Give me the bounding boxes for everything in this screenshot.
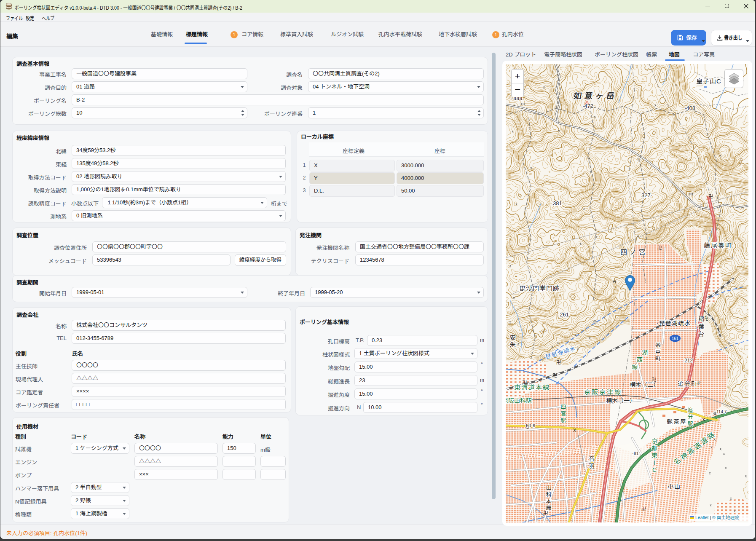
svg-text:381·: 381· [553,200,564,206]
svg-text:卍: 卍 [556,360,561,365]
svg-text:京阪山科駅: 京阪山科駅 [506,397,532,404]
svg-text:·472: ·472 [582,103,593,109]
svg-text:追: 追 [687,407,693,413]
svg-text:台: 台 [698,331,704,337]
svg-text:卍: 卍 [708,194,713,199]
svg-text:卍: 卍 [543,511,548,516]
svg-text:四ノ宮: 四ノ宮 [620,249,648,256]
svg-text:追分町: 追分町 [678,380,698,387]
svg-text:横木（二）: 横木（二） [630,381,659,388]
svg-text:·81: ·81 [632,451,639,456]
svg-text:161: 161 [672,336,679,341]
svg-text:I: I [654,459,655,466]
svg-text:横木（一）: 横木（一） [606,397,635,404]
svg-text:·琵琶湖疏水: ·琵琶湖疏水 [657,320,691,327]
svg-text:髭茶屋: 髭茶屋 [667,418,687,425]
svg-text:都: 都 [651,445,657,452]
svg-text:卍: 卍 [657,245,662,250]
svg-text:·261: ·261 [558,311,569,318]
svg-text:線: 線 [632,364,638,370]
svg-text:如意ヶ岳: 如意ヶ岳 [573,91,618,100]
svg-text:西: 西 [637,356,643,363]
svg-text:町: 町 [655,356,660,362]
svg-text:C: C [652,466,657,473]
svg-text:朱: 朱 [510,341,516,348]
svg-text:京: 京 [651,438,657,445]
svg-text:藤尾奥町: 藤尾奥町 [704,242,732,249]
svg-text:X: X [573,428,576,433]
svg-text:分: 分 [687,414,693,420]
svg-text:安: 安 [510,334,516,341]
svg-text:茶: 茶 [655,342,661,348]
svg-text:駅: 駅 [687,420,693,427]
svg-text:戸: 戸 [655,349,660,355]
svg-text:駅: 駅 [560,417,566,423]
svg-text:科: 科 [546,491,551,498]
svg-text:·408: ·408 [684,105,695,111]
svg-text:·212: ·212 [683,358,693,364]
svg-text:毘沙門堂門跡: 毘沙門堂門跡 [519,285,560,292]
svg-text:卍: 卍 [552,373,557,378]
svg-text:京阪京津線: 京阪京津線 [584,388,622,396]
svg-text:願: 願 [546,505,551,511]
svg-text:葉: 葉 [698,323,704,330]
svg-text:宮: 宮 [560,410,566,417]
svg-text:327·: 327· [641,192,652,198]
svg-text:稲: 稲 [698,316,704,322]
svg-text:四: 四 [560,404,566,410]
svg-text:羽: 羽 [589,463,595,469]
svg-text:皇子山C: 皇子山C [696,78,721,85]
svg-text:山: 山 [546,485,551,491]
svg-text:音: 音 [589,455,595,462]
svg-text:湖: 湖 [642,349,648,356]
svg-text:本: 本 [546,498,551,504]
svg-text:小山: 小山 [668,483,681,490]
svg-text:X: X [702,417,705,422]
svg-text:東: 東 [651,452,657,459]
svg-text:60·6: 60·6 [526,423,535,428]
svg-text:東海道本線: 東海道本線 [514,384,550,391]
svg-text:卍: 卍 [641,506,646,512]
svg-text:114 7: 114 7 [716,410,727,414]
svg-text:卍: 卍 [704,316,708,321]
